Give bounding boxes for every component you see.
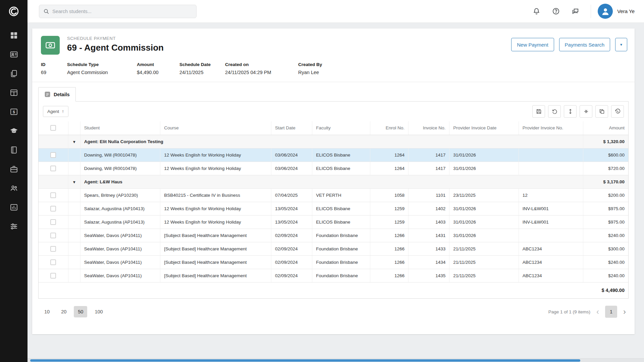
page-size-10[interactable]: 10 xyxy=(40,306,54,317)
row-checkbox[interactable] xyxy=(50,273,56,279)
row-checkbox[interactable] xyxy=(50,206,56,212)
table-row[interactable]: SeaWater, Davos (AP10411)[Subject Based]… xyxy=(39,269,628,282)
student-link[interactable]: Salazar, Augustina (AP10413) xyxy=(80,202,160,215)
search-input[interactable] xyxy=(52,9,192,14)
enrol-no-link[interactable]: 1058 xyxy=(370,188,408,202)
student-link[interactable]: SeaWater, Davos (AP10411) xyxy=(80,255,160,269)
page-size-50[interactable]: 50 xyxy=(74,306,87,317)
next-page-button[interactable]: › xyxy=(623,308,627,316)
invoice-no-link[interactable]: 1434 xyxy=(408,255,449,269)
payments-search-button[interactable]: Payments Search xyxy=(559,38,610,51)
table-row[interactable]: SeaWater, Davos (AP10411)[Subject Based]… xyxy=(39,242,628,255)
sidebar-item-dashboard[interactable] xyxy=(7,30,20,42)
enrol-no-link[interactable]: 1264 xyxy=(370,162,408,175)
column-student[interactable]: Student xyxy=(80,121,160,135)
select-all-checkbox[interactable] xyxy=(50,125,56,131)
reset-layout-button[interactable] xyxy=(548,105,561,118)
column-amount[interactable]: Amount xyxy=(583,121,628,135)
table-row[interactable]: SeaWater, Davos (AP10411)[Subject Based]… xyxy=(39,255,628,269)
messages-button[interactable] xyxy=(569,5,582,18)
collapse-rows-button[interactable] xyxy=(580,105,592,118)
row-checkbox[interactable] xyxy=(50,219,56,225)
row-checkbox[interactable] xyxy=(50,259,56,265)
app-logo-icon[interactable] xyxy=(0,0,28,23)
sidebar-item-tables[interactable] xyxy=(7,87,20,99)
sidebar-item-reports[interactable] xyxy=(7,202,20,214)
chevron-down-icon: ▾ xyxy=(620,42,622,47)
user-avatar[interactable] xyxy=(598,4,613,19)
row-checkbox[interactable] xyxy=(50,192,56,198)
sidebar-item-students[interactable] xyxy=(7,49,20,61)
sidebar-item-documents[interactable] xyxy=(7,68,20,80)
table-row[interactable]: SeaWater, Davos (AP10411)[Subject Based]… xyxy=(39,229,628,242)
sidebar-item-settings[interactable] xyxy=(7,221,20,233)
invoice-no-link[interactable]: 1433 xyxy=(408,242,449,255)
expand-rows-button[interactable] xyxy=(564,105,577,118)
save-layout-button[interactable] xyxy=(532,105,545,118)
page-size-20[interactable]: 20 xyxy=(57,306,70,317)
student-link[interactable]: SeaWater, Davos (AP10411) xyxy=(80,242,160,255)
row-checkbox[interactable] xyxy=(50,246,56,252)
horizontal-scrollbar[interactable] xyxy=(28,358,644,362)
invoice-no-link[interactable]: 1417 xyxy=(408,148,449,162)
table-row[interactable]: Spears, Britney (AP10230)BSB40215 - Cert… xyxy=(39,188,628,202)
student-link[interactable]: Spears, Britney (AP10230) xyxy=(80,188,160,202)
enrol-no-link[interactable]: 1266 xyxy=(370,269,408,282)
scrollbar-thumb[interactable] xyxy=(30,359,580,362)
student-link[interactable]: SeaWater, Davos (AP10411) xyxy=(80,229,160,242)
column-faculty[interactable]: Faculty xyxy=(312,121,370,135)
group-label: Agent: Elit Nulla Corporation Testing xyxy=(80,135,583,148)
student-link[interactable]: Downing, Will (R0010478) xyxy=(80,148,160,162)
user-name[interactable]: Vera Ye xyxy=(617,8,635,14)
current-page-button[interactable]: 1 xyxy=(605,306,617,318)
row-checkbox[interactable] xyxy=(50,152,56,158)
history-button[interactable] xyxy=(611,105,624,118)
enrol-no-link[interactable]: 1266 xyxy=(370,229,408,242)
invoice-no-link[interactable]: 1435 xyxy=(408,269,449,282)
enrol-no-link[interactable]: 1259 xyxy=(370,202,408,215)
tab-details[interactable]: Details xyxy=(38,87,76,102)
row-checkbox[interactable] xyxy=(50,233,56,238)
column-enrol-no[interactable]: Enrol No. xyxy=(370,121,408,135)
header-text: SCHEDULE PAYMENT 69 - Agent Commission xyxy=(67,36,164,53)
table-row[interactable]: Salazar, Augustina (AP10413)12 Weeks Eng… xyxy=(39,215,628,229)
sidebar-item-services[interactable] xyxy=(7,164,20,175)
more-actions-button[interactable]: ▾ xyxy=(615,38,627,51)
column-start-date[interactable]: Start Date xyxy=(271,121,312,135)
row-expand-cell xyxy=(68,242,80,255)
sidebar-item-payments[interactable]: $ xyxy=(7,107,20,118)
sidebar-item-courses[interactable] xyxy=(7,126,20,137)
new-payment-button[interactable]: New Payment xyxy=(511,38,554,51)
invoice-no-link[interactable]: 1402 xyxy=(408,202,449,215)
help-button[interactable] xyxy=(549,5,562,18)
column-invoice-no[interactable]: Invoice No. xyxy=(408,121,449,135)
table-row[interactable]: Downing, Will (R0010478)12 Weeks English… xyxy=(39,148,628,162)
student-search[interactable] xyxy=(39,5,197,18)
table-row[interactable]: Salazar, Augustina (AP10413)12 Weeks Eng… xyxy=(39,202,628,215)
sidebar-item-library[interactable] xyxy=(7,145,20,156)
previous-page-button[interactable]: ‹ xyxy=(596,308,600,316)
group-by-chip[interactable]: Agent ↑ xyxy=(43,106,68,117)
table-row[interactable]: Downing, Will (R0010478)12 Weeks English… xyxy=(39,162,628,175)
sidebar-item-agents[interactable] xyxy=(7,183,20,194)
student-link[interactable]: SeaWater, Davos (AP10411) xyxy=(80,269,160,282)
enrol-no-link[interactable]: 1259 xyxy=(370,215,408,229)
column-course[interactable]: Course xyxy=(160,121,271,135)
enrol-no-link[interactable]: 1266 xyxy=(370,242,408,255)
invoice-no-link[interactable]: 1417 xyxy=(408,162,449,175)
collapse-group-icon[interactable]: ▾ xyxy=(73,139,75,144)
page-size-100[interactable]: 100 xyxy=(91,306,107,317)
invoice-no-link[interactable]: 1101 xyxy=(408,188,449,202)
collapse-group-icon[interactable]: ▾ xyxy=(73,180,75,184)
enrol-no-link[interactable]: 1266 xyxy=(370,255,408,269)
student-link[interactable]: Salazar, Augustina (AP10413) xyxy=(80,215,160,229)
student-link[interactable]: Downing, Will (R0010478) xyxy=(80,162,160,175)
column-provider-invoice-no[interactable]: Provider Invoice No. xyxy=(519,121,583,135)
column-provider-invoice-date[interactable]: Provider Invoice Date xyxy=(449,121,519,135)
enrol-no-link[interactable]: 1264 xyxy=(370,148,408,162)
export-button[interactable] xyxy=(595,105,608,118)
row-checkbox[interactable] xyxy=(50,166,56,171)
invoice-no-link[interactable]: 1403 xyxy=(408,215,449,229)
invoice-no-link[interactable]: 1431 xyxy=(408,229,449,242)
notifications-button[interactable] xyxy=(530,5,543,18)
